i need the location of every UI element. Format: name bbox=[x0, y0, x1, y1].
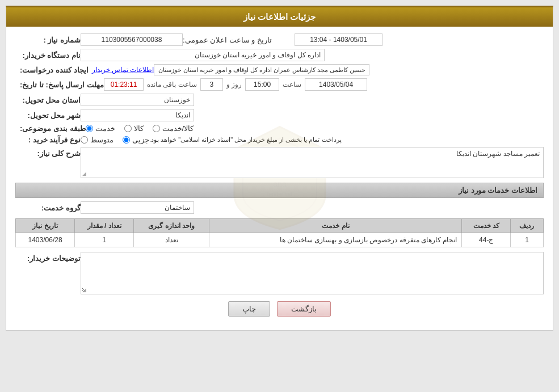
col-quantity: تعداد / مقدار bbox=[75, 219, 134, 233]
category-option-both[interactable]: کالا/خدمت bbox=[153, 124, 194, 133]
back-button[interactable]: بازگشت bbox=[277, 301, 331, 317]
creator-input[interactable] bbox=[154, 64, 369, 75]
service-label: خدمت bbox=[95, 124, 115, 133]
deadline-days-input[interactable] bbox=[200, 78, 223, 91]
process-option-partial[interactable]: متوسط bbox=[81, 136, 114, 144]
deadline-time-input[interactable] bbox=[245, 78, 279, 91]
table-cell: 1 bbox=[510, 233, 543, 247]
col-service-code: کد خدمت bbox=[462, 219, 511, 233]
deadline-remaining-label: ساعت باقی مانده bbox=[147, 81, 197, 88]
description-text: تعمیر مساجد شهرستان اندیکا bbox=[81, 147, 543, 160]
partial-label: متوسط bbox=[90, 136, 114, 144]
category-radio-service[interactable] bbox=[86, 125, 93, 132]
category-radio-goods[interactable] bbox=[124, 125, 132, 132]
group-row: گروه خدمت: bbox=[15, 201, 544, 214]
deadline-remaining-input[interactable] bbox=[104, 78, 144, 91]
resize-handle-icon: ◢ bbox=[82, 171, 86, 176]
table-row: 1ج-44انجام کارهای متفرقه درخصوص بازسازی … bbox=[16, 233, 544, 247]
description-section: شرح کلی نیاز: تعمیر مساجد شهرستان اندیکا… bbox=[15, 147, 544, 178]
notes-resize-icon: ◢ bbox=[82, 287, 86, 293]
deadline-time-label: ساعت bbox=[283, 81, 301, 88]
province-label: استان محل تحویل: bbox=[15, 96, 81, 104]
minor-label: جزیی bbox=[132, 136, 149, 144]
order-number-row: شماره نیاز : تاریخ و ساعت اعلان عمومی: bbox=[15, 33, 544, 46]
table-cell: ج-44 bbox=[462, 233, 511, 247]
creator-label: ایجاد کننده درخواست: bbox=[15, 66, 89, 74]
process-label: نوع فرآیند خرید : bbox=[15, 136, 81, 144]
description-label: شرح کلی نیاز: bbox=[15, 147, 81, 158]
process-radio-group: متوسط جزیی bbox=[81, 136, 149, 144]
deadline-row: مهلت ارسال پاسخ: تا تاریخ: ساعت روز و سا… bbox=[15, 78, 544, 91]
process-radio-minor[interactable] bbox=[123, 136, 130, 144]
process-note: پرداخت تمام یا بخشی از مبلغ خریداز محل "… bbox=[149, 136, 342, 144]
table-cell: تعداد bbox=[134, 233, 209, 247]
col-service-name: نام خدمت bbox=[209, 219, 462, 233]
deadline-day-label: روز و bbox=[226, 81, 242, 88]
services-section-title: اطلاعات خدمات مورد نیاز bbox=[15, 183, 544, 198]
city-label: شهر محل تحویل: bbox=[15, 111, 81, 120]
order-number-label: شماره نیاز : bbox=[15, 36, 81, 44]
city-input[interactable] bbox=[81, 109, 194, 121]
table-cell: 1403/06/28 bbox=[16, 233, 75, 247]
announcement-date-input[interactable] bbox=[295, 33, 383, 46]
buyer-notes-section: توضیحات خریدار: ◢ bbox=[15, 252, 544, 294]
order-number-input[interactable] bbox=[81, 33, 183, 46]
deadline-label: مهلت ارسال پاسخ: تا تاریخ: bbox=[15, 81, 104, 89]
table-cell: انجام کارهای متفرقه درخصوص بازسازی و بهس… bbox=[209, 233, 462, 247]
buyer-notes-label: توضیحات خریدار: bbox=[15, 252, 81, 263]
category-label: طبقه بندی موضوعی: bbox=[15, 124, 86, 133]
creator-contact-link[interactable]: اطلاعات تماس خریدار bbox=[92, 66, 154, 74]
goods-label: کالا bbox=[134, 124, 144, 133]
process-row: نوع فرآیند خرید : متوسط جزیی پرداخت تمام… bbox=[15, 136, 544, 144]
province-row: استان محل تحویل: bbox=[15, 94, 544, 106]
category-radio-group: خدمت کالا کالا/خدمت bbox=[86, 124, 194, 133]
col-unit: واحد اندازه گیری bbox=[134, 219, 209, 233]
page-title: جزئیات اطلاعات نیاز bbox=[6, 7, 553, 27]
col-date: تاریخ نیاز bbox=[16, 219, 75, 233]
print-button[interactable]: چاپ bbox=[228, 301, 270, 317]
province-input[interactable] bbox=[81, 94, 194, 106]
creator-row: ایجاد کننده درخواست: اطلاعات تماس خریدار bbox=[15, 64, 544, 75]
services-table: ردیف کد خدمت نام خدمت واحد اندازه گیری ت… bbox=[15, 218, 544, 247]
buyer-org-label: نام دستگاه خریدار: bbox=[15, 51, 81, 60]
category-radio-both[interactable] bbox=[153, 125, 160, 132]
group-label: گروه خدمت: bbox=[15, 204, 81, 212]
category-row: طبقه بندی موضوعی: خدمت کالا کالا/خدمت bbox=[15, 124, 544, 133]
process-radio-partial[interactable] bbox=[81, 136, 88, 144]
category-option-service[interactable]: خدمت bbox=[86, 124, 115, 133]
category-option-goods[interactable]: کالا bbox=[124, 124, 144, 133]
table-cell: 1 bbox=[75, 233, 134, 247]
both-label: کالا/خدمت bbox=[162, 124, 194, 133]
deadline-date-input[interactable] bbox=[305, 78, 367, 91]
buyer-org-row: نام دستگاه خریدار: bbox=[15, 49, 544, 61]
city-row: شهر محل تحویل: bbox=[15, 109, 544, 121]
buyer-org-input[interactable] bbox=[81, 49, 325, 61]
group-input[interactable] bbox=[81, 201, 194, 214]
announcement-date-label: تاریخ و ساعت اعلان عمومی: bbox=[183, 36, 272, 44]
col-row-num: ردیف bbox=[510, 219, 543, 233]
process-option-minor[interactable]: جزیی bbox=[123, 136, 149, 144]
buyer-notes-textarea[interactable] bbox=[81, 252, 543, 292]
button-row: بازگشت چاپ bbox=[15, 301, 544, 323]
